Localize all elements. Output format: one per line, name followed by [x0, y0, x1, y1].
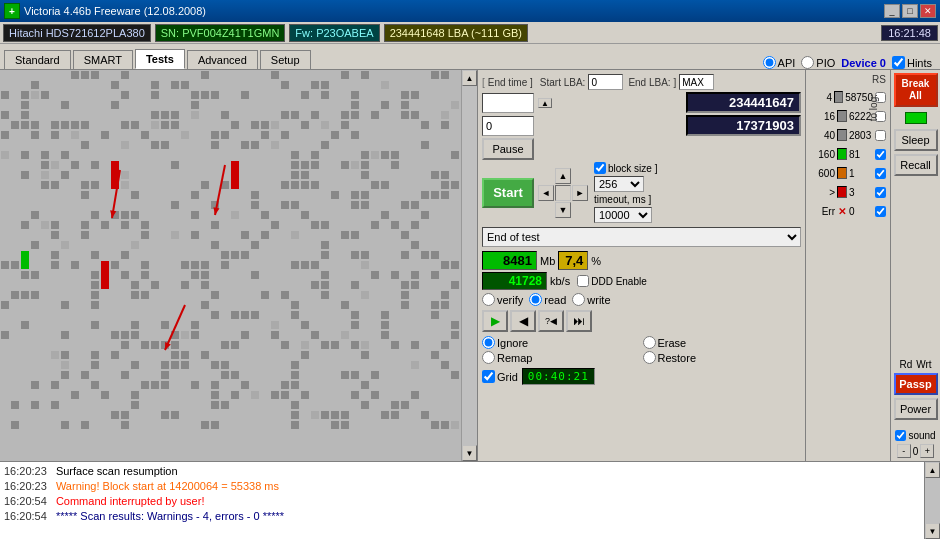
erase-radio[interactable]: [643, 336, 656, 349]
end-time-value-input[interactable]: 23:01: [482, 93, 534, 113]
read-radio-label[interactable]: read: [529, 293, 566, 306]
step-button[interactable]: ?◀: [538, 310, 564, 332]
sound-checkbox[interactable]: [895, 430, 906, 441]
ignore-radio[interactable]: [482, 336, 495, 349]
close-button[interactable]: ✕: [920, 4, 936, 18]
nav-left-button[interactable]: ◄: [538, 185, 554, 201]
ddd-enable-label[interactable]: DDD Enable: [577, 275, 647, 287]
scan-scrollbar[interactable]: ▲ ▼: [461, 70, 477, 461]
to-log-label: to log:: [868, 94, 879, 121]
thresh-err: Err: [810, 206, 835, 217]
mode-row: End of test Ignore errors BB = red: [482, 227, 801, 247]
log-scrollbar[interactable]: ▲ ▼: [924, 462, 940, 539]
restore-radio-label[interactable]: Restore: [643, 351, 802, 364]
tab-tests[interactable]: Tests: [135, 49, 185, 69]
serial-number: SN: PVF004Z41T1GMN: [155, 24, 286, 42]
kbs-unit: kb/s: [550, 275, 570, 287]
timeout-select[interactable]: 10000 5000: [594, 207, 652, 223]
titlebar: + Victoria 4.46b Freeware (12.08.2008) _…: [0, 0, 940, 22]
block-timeout-panel: block size ] 256 512 timeout, ms ]: [594, 162, 657, 223]
hints-checkbox[interactable]: [892, 56, 905, 69]
tab-smart[interactable]: SMART: [73, 50, 133, 69]
log-over-checkbox[interactable]: [875, 187, 886, 198]
nav-up-button[interactable]: ▲: [555, 168, 571, 184]
scan-counts-panel: RS to log: 4 58750 16 6222 40: [805, 70, 890, 461]
block-size-select[interactable]: 256 512: [594, 176, 644, 192]
count-600: 1: [849, 168, 855, 179]
rd-label: Rd: [899, 359, 912, 370]
end-lba-input[interactable]: [679, 74, 714, 90]
thresh-16: 16: [810, 111, 835, 122]
log-scroll-up[interactable]: ▲: [925, 462, 940, 478]
count-row-err: Err ✕ 0: [810, 202, 886, 220]
sleep-button[interactable]: Sleep: [894, 129, 938, 151]
pause-button[interactable]: Pause: [482, 138, 534, 160]
restore-radio[interactable]: [643, 351, 656, 364]
hints-label[interactable]: Hints: [892, 56, 932, 69]
log-600-checkbox[interactable]: [875, 168, 886, 179]
mb-display: 8481: [482, 251, 537, 270]
scroll-down-button[interactable]: ▼: [462, 445, 477, 461]
api-radio[interactable]: [763, 56, 776, 69]
passp-button[interactable]: Passp: [894, 373, 938, 395]
verify-radio[interactable]: [482, 293, 495, 306]
sound-label[interactable]: sound: [895, 430, 935, 441]
log-entry-0: 16:20:23 Surface scan resumption: [4, 464, 920, 479]
controls-panel: [ End time ] Start LBA: End LBA: ] 23:01…: [478, 70, 805, 461]
tab-setup[interactable]: Setup: [260, 50, 311, 69]
pio-radio-label[interactable]: PIO: [801, 56, 835, 69]
end-time-spin-up[interactable]: ▲: [538, 98, 552, 108]
nav-right-button[interactable]: ►: [572, 185, 588, 201]
log-time-2: 16:20:54: [4, 495, 47, 507]
remap-radio[interactable]: [482, 351, 495, 364]
log-scroll-track[interactable]: [925, 478, 940, 523]
break-all-button[interactable]: Break All: [894, 73, 938, 107]
grid-checkbox[interactable]: [482, 370, 495, 383]
volume-plus-button[interactable]: +: [920, 444, 934, 458]
bottom-log-area: 16:20:23 Surface scan resumption 16:20:2…: [0, 461, 940, 539]
erase-radio-label[interactable]: Erase: [643, 336, 802, 349]
nav-down-button[interactable]: ▼: [555, 202, 571, 218]
count-row-40: 40 2803: [810, 126, 886, 144]
firmware: Fw: P23OABEA: [289, 24, 379, 42]
ddd-enable-checkbox[interactable]: [577, 275, 589, 287]
rewind-button[interactable]: ◀: [510, 310, 536, 332]
log-err-checkbox[interactable]: [875, 206, 886, 217]
remap-radio-label[interactable]: Remap: [482, 351, 641, 364]
tab-standard[interactable]: Standard: [4, 50, 71, 69]
recall-button[interactable]: Recall: [894, 154, 938, 176]
log-40-checkbox[interactable]: [875, 130, 886, 141]
rs-label: RS: [810, 74, 886, 85]
counter-display: 17371903: [686, 115, 801, 136]
read-radio[interactable]: [529, 293, 542, 306]
pio-radio[interactable]: [801, 56, 814, 69]
ignore-radio-label[interactable]: Ignore: [482, 336, 641, 349]
log-160-checkbox[interactable]: [875, 149, 886, 160]
grid-label[interactable]: Grid: [482, 370, 518, 383]
maximize-button[interactable]: □: [902, 4, 918, 18]
scroll-track[interactable]: [462, 86, 477, 445]
verify-radio-label[interactable]: verify: [482, 293, 523, 306]
log-content[interactable]: 16:20:23 Surface scan resumption 16:20:2…: [0, 462, 924, 539]
volume-minus-button[interactable]: -: [897, 444, 911, 458]
start-lba-input[interactable]: [588, 74, 623, 90]
right-panel: [ End time ] Start LBA: End LBA: ] 23:01…: [478, 70, 940, 461]
scroll-up-button[interactable]: ▲: [462, 70, 477, 86]
minimize-button[interactable]: _: [884, 4, 900, 18]
write-radio[interactable]: [572, 293, 585, 306]
block-size-check[interactable]: [594, 162, 606, 174]
log-scroll-down[interactable]: ▼: [925, 523, 940, 539]
start-button[interactable]: Start: [482, 178, 534, 208]
tab-advanced[interactable]: Advanced: [187, 50, 258, 69]
play-button[interactable]: ▶: [482, 310, 508, 332]
log-entry-2: 16:20:54 Command interrupted by user!: [4, 494, 920, 509]
power-button[interactable]: Power: [894, 398, 938, 420]
write-radio-label[interactable]: write: [572, 293, 610, 306]
api-radio-label[interactable]: API: [763, 56, 796, 69]
log-text-3: ***** Scan results: Warnings - 4, errors…: [56, 510, 284, 522]
wrt-label: Wrt: [916, 359, 931, 370]
skip-button[interactable]: ⏭: [566, 310, 592, 332]
counter-input[interactable]: [482, 116, 534, 136]
nav-arrows: ▲ ◄ ► ▼: [538, 168, 590, 218]
mode-select[interactable]: End of test Ignore errors BB = red: [482, 227, 801, 247]
